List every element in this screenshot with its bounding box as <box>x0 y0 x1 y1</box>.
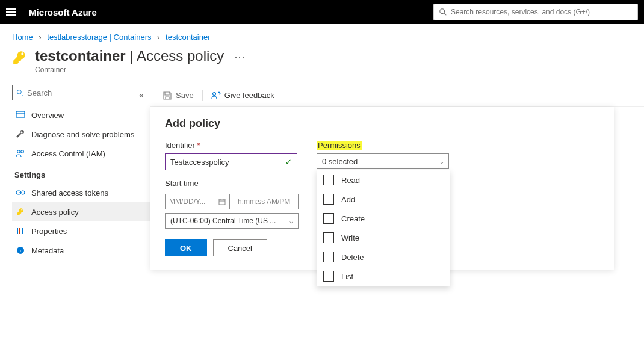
svg-point-13 <box>212 92 215 95</box>
svg-point-0 <box>440 9 445 14</box>
collapse-sidebar-icon[interactable]: « <box>139 90 144 100</box>
chevron-right-icon: › <box>157 32 159 42</box>
properties-icon <box>16 226 25 236</box>
sidebar-item-diagnose[interactable]: Diagnose and solve problems <box>12 125 150 144</box>
permission-option-list[interactable]: List <box>317 267 450 286</box>
toolbar: Save Give feedback <box>150 85 644 107</box>
cancel-button[interactable]: Cancel <box>213 239 267 256</box>
breadcrumb: Home › testlabresstorage | Containers › … <box>0 24 644 48</box>
svg-rect-14 <box>219 199 225 205</box>
page-title: testcontainer | Access policy ⋯ <box>35 48 245 64</box>
svg-point-7 <box>21 150 24 153</box>
sidebar-item-sas[interactable]: Shared access tokens <box>12 183 150 202</box>
ok-button[interactable]: OK <box>165 239 207 256</box>
chevron-down-icon: ⌵ <box>289 218 293 224</box>
permission-option-delete[interactable]: Delete <box>317 247 450 267</box>
checkbox-icon <box>323 271 334 282</box>
permissions-dropdown: Read Add Create Write Delete List <box>317 170 450 286</box>
feedback-icon <box>211 91 221 100</box>
breadcrumb-item[interactable]: testlabresstorage | Containers <box>47 32 151 42</box>
more-icon[interactable]: ⋯ <box>234 51 245 63</box>
nav-label: Properties <box>31 227 67 236</box>
save-icon <box>163 91 172 100</box>
key-icon <box>12 48 28 67</box>
panel-title: Add policy <box>165 117 599 130</box>
svg-line-1 <box>444 13 447 16</box>
permissions-label: Permissions <box>317 141 449 150</box>
checkbox-icon <box>323 252 334 262</box>
checkbox-icon <box>323 213 334 224</box>
permission-option-create[interactable]: Create <box>317 209 450 228</box>
nav-label: Shared access tokens <box>31 188 108 197</box>
checkmark-icon: ✓ <box>285 158 292 167</box>
content: Save Give feedback No results Add policy… <box>150 85 644 260</box>
search-icon <box>16 89 23 96</box>
topbar: Microsoft Azure <box>0 0 644 24</box>
sidebar: « Overview Diagnose and solve problems A… <box>12 85 150 260</box>
info-icon: i <box>16 246 25 255</box>
add-policy-panel: Add policy Identifier * Testaccesspolicy… <box>150 107 614 270</box>
nav-label: Access Control (IAM) <box>31 149 105 158</box>
identifier-input[interactable]: Testaccesspolicy ✓ <box>165 153 297 170</box>
search-icon <box>439 8 447 16</box>
start-time-input[interactable]: h:mm:ss AM/PM <box>234 194 299 209</box>
feedback-button[interactable]: Give feedback <box>211 91 274 100</box>
sidebar-item-iam[interactable]: Access Control (IAM) <box>12 144 150 163</box>
calendar-icon <box>218 198 226 205</box>
toolbar-divider <box>202 90 203 101</box>
nav-label: Overview <box>31 111 64 120</box>
chevron-down-icon: ⌵ <box>440 158 444 165</box>
people-icon <box>16 149 25 158</box>
permission-option-write[interactable]: Write <box>317 228 450 247</box>
permission-option-add[interactable]: Add <box>317 190 450 209</box>
chevron-right-icon: › <box>39 32 41 42</box>
wrench-icon <box>16 129 25 139</box>
svg-line-3 <box>21 94 23 96</box>
nav-group-settings: Settings <box>14 170 150 179</box>
sidebar-search-input[interactable] <box>27 88 131 97</box>
svg-point-6 <box>17 150 20 153</box>
permission-option-read[interactable]: Read <box>317 170 450 190</box>
svg-point-2 <box>17 90 22 94</box>
sidebar-item-metadata[interactable]: i Metadata <box>12 241 150 260</box>
overview-icon <box>16 110 25 120</box>
sidebar-search[interactable] <box>12 85 135 100</box>
sidebar-item-overview[interactable]: Overview <box>12 105 150 125</box>
menu-icon[interactable] <box>6 6 18 18</box>
sidebar-item-access-policy[interactable]: Access policy <box>12 202 150 221</box>
sidebar-item-properties[interactable]: Properties <box>12 221 150 241</box>
checkbox-icon <box>323 232 334 243</box>
start-time-label: Start time <box>165 179 299 188</box>
start-date-input[interactable]: MM/DD/Y... <box>165 194 230 209</box>
global-search[interactable] <box>433 4 638 20</box>
breadcrumb-item[interactable]: testcontainer <box>166 32 210 42</box>
nav-label: Diagnose and solve problems <box>31 130 134 139</box>
identifier-label: Identifier * <box>165 141 299 150</box>
save-button[interactable]: Save <box>163 91 194 100</box>
link-icon <box>16 188 25 197</box>
checkbox-icon <box>323 194 334 205</box>
global-search-input[interactable] <box>451 8 633 16</box>
brand-label: Microsoft Azure <box>29 7 97 17</box>
breadcrumb-item[interactable]: Home <box>12 32 33 42</box>
key-icon <box>16 207 25 217</box>
timezone-select[interactable]: (UTC-06:00) Central Time (US ... ⌵ <box>165 213 299 229</box>
page-subtitle: Container <box>35 66 245 74</box>
svg-rect-4 <box>16 111 25 117</box>
checkbox-icon <box>323 175 334 185</box>
permissions-select[interactable]: 0 selected ⌵ Read Add Create Write Delet… <box>317 153 449 169</box>
nav-label: Access policy <box>31 208 79 217</box>
nav-label: Metadata <box>31 246 64 255</box>
page-header: testcontainer | Access policy ⋯ Containe… <box>0 48 644 85</box>
